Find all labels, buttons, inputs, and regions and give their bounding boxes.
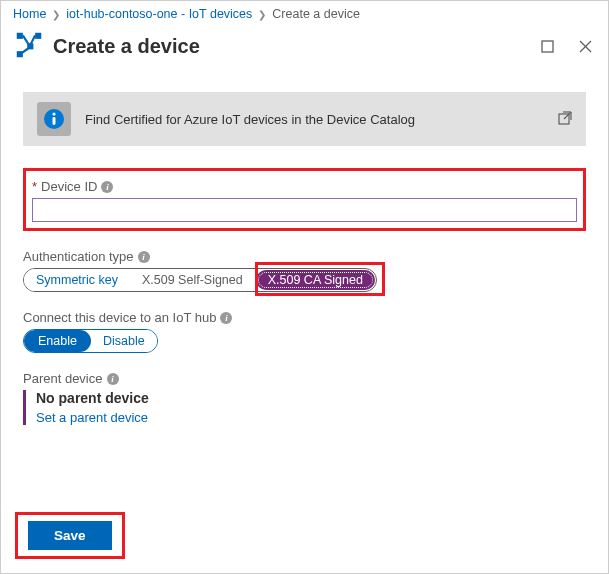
- connect-enable[interactable]: Enable: [24, 330, 91, 352]
- connect-hub-label: Connect this device to an IoT hub i: [23, 310, 586, 325]
- info-icon: [37, 102, 71, 136]
- svg-point-11: [52, 112, 55, 115]
- info-tooltip-icon[interactable]: i: [107, 373, 119, 385]
- parent-none-text: No parent device: [36, 390, 586, 406]
- set-parent-link[interactable]: Set a parent device: [36, 410, 586, 425]
- save-button[interactable]: Save: [28, 521, 112, 550]
- action-bar: Save: [15, 512, 125, 559]
- svg-line-16: [564, 112, 571, 119]
- device-id-input[interactable]: [32, 198, 577, 222]
- restore-window-button[interactable]: [538, 38, 556, 56]
- auth-type-selector: Symmetric key X.509 Self-Signed X.509 CA…: [23, 268, 377, 292]
- auth-type-group: Authentication type i Symmetric key X.50…: [23, 249, 586, 292]
- close-button[interactable]: [576, 38, 594, 56]
- svg-line-4: [23, 35, 29, 45]
- connect-disable[interactable]: Disable: [91, 330, 157, 352]
- breadcrumb-home[interactable]: Home: [13, 7, 46, 21]
- connect-hub-toggle: Enable Disable: [23, 329, 158, 353]
- device-id-label: * Device ID i: [32, 179, 577, 194]
- parent-device-label: Parent device i: [23, 371, 586, 386]
- chevron-right-icon: ❯: [258, 9, 266, 20]
- svg-rect-12: [53, 117, 56, 125]
- chevron-right-icon: ❯: [52, 9, 60, 20]
- page-header: Create a device: [1, 25, 608, 72]
- page-title: Create a device: [53, 35, 518, 58]
- iot-device-icon: [15, 31, 43, 62]
- save-highlight: Save: [15, 512, 125, 559]
- svg-rect-0: [17, 33, 23, 39]
- breadcrumb: Home ❯ iot-hub-contoso-one - IoT devices…: [1, 1, 608, 25]
- svg-rect-1: [35, 33, 41, 39]
- breadcrumb-current: Create a device: [272, 7, 360, 21]
- breadcrumb-hub[interactable]: iot-hub-contoso-one - IoT devices: [66, 7, 252, 21]
- auth-option-ca-signed[interactable]: X.509 CA Signed: [256, 270, 375, 290]
- required-asterisk: *: [32, 179, 37, 194]
- info-banner-text: Find Certified for Azure IoT devices in …: [85, 112, 544, 127]
- auth-option-self-signed[interactable]: X.509 Self-Signed: [130, 269, 255, 291]
- auth-option-symmetric[interactable]: Symmetric key: [24, 269, 130, 291]
- parent-device-box: No parent device Set a parent device: [23, 390, 586, 425]
- device-id-highlight: * Device ID i: [23, 168, 586, 231]
- parent-device-group: Parent device i No parent device Set a p…: [23, 371, 586, 425]
- info-tooltip-icon[interactable]: i: [101, 181, 113, 193]
- svg-line-6: [22, 49, 28, 53]
- auth-type-label: Authentication type i: [23, 249, 586, 264]
- info-banner: Find Certified for Azure IoT devices in …: [23, 92, 586, 146]
- svg-rect-7: [542, 41, 553, 52]
- info-tooltip-icon[interactable]: i: [220, 312, 232, 324]
- external-link-icon[interactable]: [558, 111, 572, 128]
- svg-line-5: [31, 35, 35, 44]
- info-tooltip-icon[interactable]: i: [138, 251, 150, 263]
- connect-hub-group: Connect this device to an IoT hub i Enab…: [23, 310, 586, 353]
